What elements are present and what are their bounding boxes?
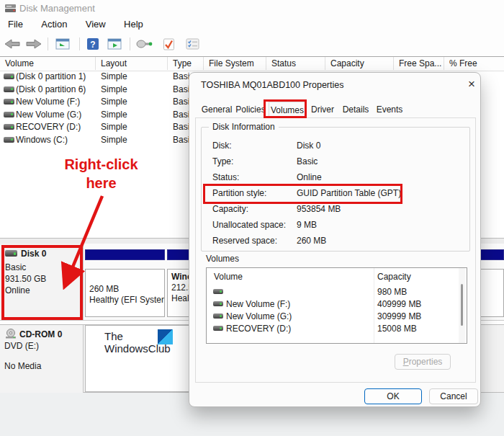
- menu-help[interactable]: Help: [116, 16, 151, 32]
- field-value: Disk 0: [297, 141, 320, 151]
- tab-policies[interactable]: Policies: [234, 102, 267, 118]
- volume-icon: [213, 289, 223, 294]
- toolbar-separator: [130, 37, 130, 50]
- cdrom-panel[interactable]: CD-ROM 0 DVD (E:) No Media: [0, 325, 84, 393]
- column-filesystem[interactable]: File System: [204, 57, 266, 70]
- check-document-icon[interactable]: [160, 36, 179, 52]
- menu-bar: File Action View Help: [0, 16, 504, 32]
- field-value: 9 MB: [297, 220, 317, 230]
- partition-efi-body[interactable]: 260 MB Healthy (EFI Systen: [85, 269, 165, 317]
- field-label: Reserved space:: [212, 236, 277, 246]
- cancel-button[interactable]: Cancel: [429, 388, 478, 404]
- volume-row[interactable]: (Disk 0 partition 6) Simple Basic: [0, 84, 187, 97]
- cdrom-drive: DVD (E:): [4, 341, 39, 351]
- field-reserved: Reserved space: 260 MB: [202, 233, 468, 249]
- back-icon[interactable]: [3, 36, 22, 52]
- partition-status: Healthy (EFI Systen: [86, 295, 164, 306]
- volume-icon: [213, 326, 223, 331]
- windowsclub-logo-icon: [158, 329, 173, 344]
- disk0-name: Disk 0: [21, 249, 46, 259]
- field-disk: Disk: Disk 0: [202, 138, 468, 154]
- volume-name: Windows (C:): [16, 135, 68, 145]
- menu-view[interactable]: View: [78, 16, 114, 32]
- volume-capacity: 15008 MB: [377, 324, 417, 334]
- tab-driver[interactable]: Driver: [307, 102, 338, 118]
- column-freespace[interactable]: Free Spa...: [394, 57, 444, 70]
- volume-name: RECOVERY (D:): [226, 324, 291, 334]
- column-capacity[interactable]: Capacity: [377, 272, 411, 282]
- volume-name: New Volume (F:): [16, 97, 80, 107]
- dialog-title: TOSHIBA MQ01ABD100 Properties: [201, 80, 343, 90]
- help-icon[interactable]: ?: [84, 36, 102, 52]
- toolbar: ?: [0, 32, 504, 56]
- menu-action[interactable]: Action: [33, 16, 75, 32]
- volume-row[interactable]: New Volume (F:) Simple Basic: [0, 96, 187, 109]
- partition-efi[interactable]: 260 MB Healthy (EFI Systen: [85, 249, 165, 320]
- disk0-type: Basic: [5, 262, 26, 272]
- column-percentfree[interactable]: % Free: [444, 57, 504, 70]
- forward-icon[interactable]: [24, 36, 43, 52]
- button-label: OK: [387, 391, 399, 401]
- tab-volumes[interactable]: Volumes: [269, 102, 306, 118]
- column-layout[interactable]: Layout: [96, 57, 168, 70]
- volume-icon: [4, 124, 14, 130]
- tab-general[interactable]: General: [199, 102, 234, 118]
- field-unallocated: Unallocated space: 9 MB: [202, 217, 468, 233]
- volume-layout: Simple: [101, 110, 127, 120]
- disk0-status: Online: [5, 285, 30, 295]
- field-status: Status: Online: [202, 169, 468, 185]
- volumes-section-label: Volumes: [206, 254, 239, 264]
- console-tree-icon[interactable]: [53, 36, 72, 52]
- console-action-icon[interactable]: [105, 36, 124, 52]
- volume-layout: Simple: [101, 97, 127, 107]
- volume-layout: Simple: [101, 71, 127, 81]
- properties-button[interactable]: Properties: [395, 354, 451, 370]
- partition-size: 260 MB: [86, 284, 164, 295]
- title-bar: Disk Management: [0, 0, 504, 16]
- scrollbar-thumb[interactable]: [461, 284, 463, 326]
- volume-row[interactable]: RECOVERY (D:) Simple Basic: [0, 121, 187, 134]
- disk0-panel[interactable]: Disk 0 Basic 931.50 GB Online: [0, 244, 84, 320]
- field-capacity: Capacity: 953854 MB: [202, 201, 468, 217]
- list-item[interactable]: New Volume (F:) 409999 MB: [207, 298, 466, 310]
- volume-row[interactable]: New Volume (G:) Simple Basic: [0, 109, 187, 122]
- volume-layout: Simple: [101, 135, 127, 145]
- field-label: Type:: [212, 156, 233, 166]
- tab-details[interactable]: Details: [339, 102, 372, 118]
- volume-icon: [213, 313, 223, 319]
- column-volume[interactable]: Volume: [214, 272, 243, 282]
- volume-list-header: Volume Layout Type File System Status Ca…: [0, 57, 504, 71]
- list-item[interactable]: 980 MB: [207, 285, 466, 298]
- task-list-icon[interactable]: [183, 36, 202, 52]
- menu-file[interactable]: File: [0, 16, 31, 32]
- list-item[interactable]: New Volume (G:) 309999 MB: [207, 310, 466, 322]
- tab-events[interactable]: Events: [374, 102, 405, 118]
- volume-icon: [4, 99, 14, 104]
- volume-name: New Volume (G:): [226, 311, 292, 321]
- column-capacity[interactable]: Capacity: [325, 57, 394, 70]
- scrollbar[interactable]: [459, 268, 465, 343]
- list-item[interactable]: RECOVERY (D:) 15008 MB: [207, 322, 466, 334]
- ok-button[interactable]: OK: [364, 388, 422, 404]
- scan-icon[interactable]: [135, 36, 154, 52]
- field-value: Basic: [297, 156, 318, 166]
- button-label: Properties: [403, 357, 443, 367]
- volume-name: (Disk 0 partition 6): [16, 84, 86, 94]
- volume-row[interactable]: Windows (C:) Simple Basic: [0, 134, 187, 147]
- toolbar-separator: [79, 37, 80, 50]
- volume-capacity: 409999 MB: [377, 299, 421, 309]
- svg-text:?: ?: [90, 40, 95, 50]
- volume-icon: [4, 137, 14, 143]
- button-label: Cancel: [440, 391, 467, 401]
- column-type[interactable]: Type: [168, 57, 204, 70]
- column-status[interactable]: Status: [266, 57, 325, 70]
- field-value: 953854 MB: [297, 204, 341, 214]
- cdrom-name: CD-ROM 0: [19, 329, 62, 339]
- field-value: GUID Partition Table (GPT): [297, 188, 401, 198]
- volume-layout: Simple: [101, 122, 127, 132]
- window-title: Disk Management: [19, 3, 95, 14]
- volume-row[interactable]: (Disk 0 partition 1) Simple Basic: [0, 71, 187, 84]
- cdrom-icon: [4, 329, 17, 341]
- close-icon[interactable]: [464, 77, 479, 92]
- column-volume[interactable]: Volume: [0, 57, 96, 70]
